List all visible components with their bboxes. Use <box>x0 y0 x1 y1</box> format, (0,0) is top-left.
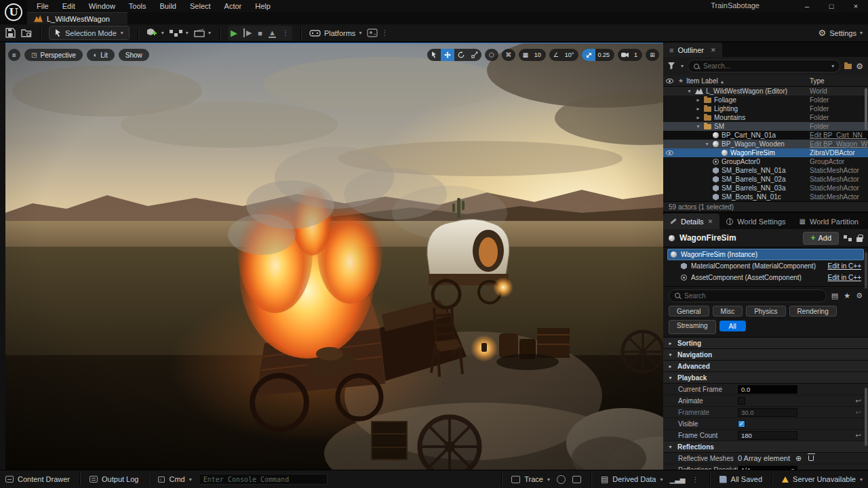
details-search[interactable] <box>669 289 827 302</box>
source-control-status[interactable]: All Saved <box>719 475 762 483</box>
eject-button[interactable]: ▲ <box>269 28 276 38</box>
filter-chip-streaming[interactable]: Streaming <box>669 320 716 334</box>
details-scrollbar[interactable] <box>865 388 867 446</box>
favorite-column-header[interactable]: ★ <box>675 77 686 84</box>
show-dropdown[interactable]: Show <box>119 49 149 61</box>
menu-item-select[interactable]: Select <box>184 1 217 12</box>
item-label-column-header[interactable]: Item Label ▲ <box>686 77 810 85</box>
add-element-icon[interactable]: ⊕ <box>795 454 802 463</box>
type-column-header[interactable]: Type <box>810 77 868 85</box>
outliner-row[interactable]: GroupActor0GroupActor <box>663 157 868 166</box>
new-folder-icon[interactable] <box>844 64 852 69</box>
expand-arrow-icon[interactable]: ▸ <box>695 106 701 112</box>
camera-speed-value[interactable]: 1 <box>632 52 642 58</box>
outliner-row[interactable]: SM_Barrels_NN_03aStaticMeshActor <box>663 184 868 192</box>
menu-item-tools[interactable]: Tools <box>123 1 153 12</box>
derived-data-dropdown[interactable]: ▤ Derived Data ▾ <box>601 474 663 484</box>
tab-outliner[interactable]: ≡ Outliner ✕ <box>663 43 722 57</box>
filter-chip-physics[interactable]: Physics <box>746 306 785 317</box>
display-options-icon[interactable]: ▤ <box>831 291 838 300</box>
reset-to-default-icon[interactable]: ↩ <box>856 432 861 439</box>
add-component-button[interactable]: + Add <box>803 232 839 245</box>
insights-chart-icon[interactable]: ▁▃▅ <box>669 476 685 483</box>
grid-snap-control[interactable]: ▦ 10 <box>519 49 546 61</box>
capture-tool-button[interactable]: ⋮ <box>367 28 389 37</box>
outliner-row[interactable]: ▸FoliageFolder <box>663 96 868 104</box>
menu-item-help[interactable]: Help <box>249 1 277 12</box>
outliner-search-input[interactable] <box>703 62 827 70</box>
close-button[interactable]: × <box>844 0 868 12</box>
visibility-toggle[interactable] <box>663 149 675 157</box>
console-command-input[interactable] <box>199 476 327 483</box>
outliner-row[interactable]: ▸MountainsFolder <box>663 113 868 122</box>
output-log-button[interactable]: Output Log <box>90 475 138 483</box>
chevron-down-icon[interactable]: ▾ <box>831 63 834 69</box>
viewport-options-menu[interactable]: ≡ <box>8 49 20 61</box>
scale-snap-value[interactable]: 0.25 <box>595 52 614 58</box>
screenshot-icon[interactable] <box>572 476 581 483</box>
section-header-playback[interactable]: ▾Playback <box>663 372 868 384</box>
scale-tool-button[interactable] <box>468 49 481 61</box>
property-input[interactable]: 180 <box>738 431 797 440</box>
rotate-tool-button[interactable] <box>454 49 468 61</box>
blueprints-dropdown[interactable]: ▾ <box>170 30 189 37</box>
level-tab[interactable]: L_WildWestWagon <box>27 12 127 24</box>
menu-item-window[interactable]: Window <box>83 1 121 12</box>
filter-chip-general[interactable]: General <box>669 306 709 317</box>
component-row[interactable]: AssetComponent (AssetComponent)Edit in C… <box>678 272 864 283</box>
perspective-dropdown[interactable]: ◳ Perspective <box>24 49 83 61</box>
outliner-row[interactable]: SM_Barrels_NN_01aStaticMeshActor <box>663 166 868 175</box>
component-row[interactable]: WagonFireSim (Instance) <box>667 249 864 260</box>
outliner-scrollbar[interactable] <box>865 88 867 130</box>
scale-snap-control[interactable]: 0.25 <box>582 49 614 61</box>
more-options-menu[interactable]: ⋮ <box>381 29 389 37</box>
lock-icon[interactable] <box>856 237 863 242</box>
expand-arrow-icon[interactable]: ▸ <box>695 115 701 121</box>
menu-item-file[interactable]: File <box>31 1 55 12</box>
play-options-menu[interactable]: ⋮ <box>282 29 290 37</box>
tab-world-partition[interactable]: ▦ World Partition <box>793 214 865 229</box>
outliner-row[interactable]: ▾L_WildWestWagon (Editor)World <box>663 87 868 96</box>
edit-blueprint-icon[interactable] <box>844 235 852 241</box>
menu-item-edit[interactable]: Edit <box>56 1 81 12</box>
outliner-row[interactable]: ▸LightingFolder <box>663 104 868 113</box>
edit-in-cpp-link[interactable]: Edit in C++ <box>828 262 861 270</box>
outliner-settings-icon[interactable]: ⚙ <box>856 62 863 71</box>
grid-snap-value[interactable]: 10 <box>532 52 546 58</box>
favorites-icon[interactable]: ★ <box>844 291 850 300</box>
reset-to-default-icon[interactable]: ↩ <box>856 397 861 405</box>
edit-blueprint-link[interactable]: Edit BP_Cart_NN_ <box>810 131 868 139</box>
save-icon[interactable] <box>5 28 16 38</box>
cinematics-dropdown[interactable]: ▾ <box>194 28 211 37</box>
outliner-row[interactable]: ▾BP_Wagon_WoodenEdit BP_Wagon_W <box>663 140 868 148</box>
details-search-input[interactable] <box>684 292 821 300</box>
menu-item-actor[interactable]: Actor <box>218 1 248 12</box>
expand-arrow-icon[interactable]: ▾ <box>695 123 701 129</box>
coordinate-space-button[interactable]: ⬡ <box>485 49 498 61</box>
unreal-logo[interactable]: U <box>0 0 27 24</box>
filter-chip-rendering[interactable]: Rendering <box>789 306 837 317</box>
camera-speed-control[interactable]: 1 <box>618 49 642 61</box>
frame-skip-button[interactable]: ▶ <box>243 28 252 37</box>
outliner-row[interactable]: SM_Boots_NN_01cStaticMeshActor <box>663 192 868 201</box>
section-header-reflections[interactable]: ▾Reflections <box>663 441 868 453</box>
close-icon[interactable]: ✕ <box>708 218 713 225</box>
tab-world-settings[interactable]: World Settings <box>719 214 792 229</box>
section-header-advanced[interactable]: ▸Advanced <box>663 361 868 372</box>
cmd-dropdown[interactable]: >_ Cmd ▾ <box>158 475 191 483</box>
outliner-row[interactable]: WagonFireSimZibraVDBActor <box>663 148 868 157</box>
server-status-dropdown[interactable]: Server Unavailable ▾ <box>782 475 863 483</box>
minimize-button[interactable]: – <box>795 0 819 12</box>
component-row[interactable]: MaterialComponent (MaterialComponent)Edi… <box>678 260 864 272</box>
section-header-sorting[interactable]: ▸Sorting <box>663 338 868 349</box>
snapshot-icon[interactable] <box>557 475 566 484</box>
tab-details[interactable]: Details ✕ <box>663 214 719 229</box>
delete-elements-icon[interactable] <box>808 455 814 461</box>
content-drawer-button[interactable]: Content Drawer <box>5 475 70 483</box>
close-icon[interactable]: ✕ <box>711 47 716 54</box>
property-input[interactable]: 30.0 <box>738 408 797 417</box>
lit-dropdown[interactable]: ◐ Lit <box>87 49 115 61</box>
property-checkbox[interactable] <box>738 397 745 405</box>
surface-snapping-button[interactable]: ⌘ <box>502 49 515 61</box>
select-tool-button[interactable] <box>427 49 441 61</box>
